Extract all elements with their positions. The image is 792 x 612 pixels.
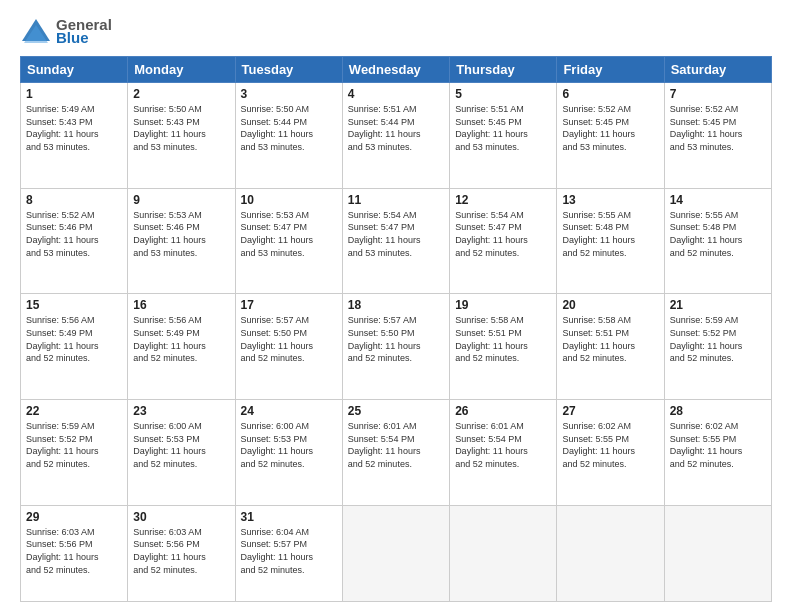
day-cell: 17Sunrise: 5:57 AM Sunset: 5:50 PM Dayli… bbox=[235, 294, 342, 400]
logo-icon bbox=[20, 17, 52, 45]
day-cell: 2Sunrise: 5:50 AM Sunset: 5:43 PM Daylig… bbox=[128, 83, 235, 189]
day-cell: 24Sunrise: 6:00 AM Sunset: 5:53 PM Dayli… bbox=[235, 400, 342, 506]
day-number: 22 bbox=[26, 404, 122, 418]
day-cell: 22Sunrise: 5:59 AM Sunset: 5:52 PM Dayli… bbox=[21, 400, 128, 506]
day-cell: 20Sunrise: 5:58 AM Sunset: 5:51 PM Dayli… bbox=[557, 294, 664, 400]
week-row-2: 8Sunrise: 5:52 AM Sunset: 5:46 PM Daylig… bbox=[21, 188, 772, 294]
day-number: 7 bbox=[670, 87, 766, 101]
day-info: Sunrise: 6:01 AM Sunset: 5:54 PM Dayligh… bbox=[455, 420, 551, 470]
day-number: 3 bbox=[241, 87, 337, 101]
day-number: 10 bbox=[241, 193, 337, 207]
day-cell: 18Sunrise: 5:57 AM Sunset: 5:50 PM Dayli… bbox=[342, 294, 449, 400]
day-number: 12 bbox=[455, 193, 551, 207]
day-number: 20 bbox=[562, 298, 658, 312]
day-number: 30 bbox=[133, 510, 229, 524]
day-info: Sunrise: 5:58 AM Sunset: 5:51 PM Dayligh… bbox=[562, 314, 658, 364]
week-row-5: 29Sunrise: 6:03 AM Sunset: 5:56 PM Dayli… bbox=[21, 505, 772, 601]
day-cell: 13Sunrise: 5:55 AM Sunset: 5:48 PM Dayli… bbox=[557, 188, 664, 294]
day-info: Sunrise: 5:58 AM Sunset: 5:51 PM Dayligh… bbox=[455, 314, 551, 364]
header-row: Sunday Monday Tuesday Wednesday Thursday… bbox=[21, 57, 772, 83]
day-info: Sunrise: 5:49 AM Sunset: 5:43 PM Dayligh… bbox=[26, 103, 122, 153]
page: General Blue Sunday Monday Tuesday Wedne… bbox=[0, 0, 792, 612]
day-cell: 3Sunrise: 5:50 AM Sunset: 5:44 PM Daylig… bbox=[235, 83, 342, 189]
day-number: 13 bbox=[562, 193, 658, 207]
day-info: Sunrise: 5:56 AM Sunset: 5:49 PM Dayligh… bbox=[133, 314, 229, 364]
day-info: Sunrise: 6:01 AM Sunset: 5:54 PM Dayligh… bbox=[348, 420, 444, 470]
day-info: Sunrise: 5:52 AM Sunset: 5:46 PM Dayligh… bbox=[26, 209, 122, 259]
col-monday: Monday bbox=[128, 57, 235, 83]
day-cell: 29Sunrise: 6:03 AM Sunset: 5:56 PM Dayli… bbox=[21, 505, 128, 601]
day-info: Sunrise: 6:03 AM Sunset: 5:56 PM Dayligh… bbox=[133, 526, 229, 576]
day-info: Sunrise: 6:02 AM Sunset: 5:55 PM Dayligh… bbox=[562, 420, 658, 470]
day-cell: 12Sunrise: 5:54 AM Sunset: 5:47 PM Dayli… bbox=[450, 188, 557, 294]
day-info: Sunrise: 5:53 AM Sunset: 5:46 PM Dayligh… bbox=[133, 209, 229, 259]
day-cell: 4Sunrise: 5:51 AM Sunset: 5:44 PM Daylig… bbox=[342, 83, 449, 189]
week-row-4: 22Sunrise: 5:59 AM Sunset: 5:52 PM Dayli… bbox=[21, 400, 772, 506]
day-number: 23 bbox=[133, 404, 229, 418]
day-number: 24 bbox=[241, 404, 337, 418]
day-info: Sunrise: 5:51 AM Sunset: 5:44 PM Dayligh… bbox=[348, 103, 444, 153]
day-cell: 1Sunrise: 5:49 AM Sunset: 5:43 PM Daylig… bbox=[21, 83, 128, 189]
day-number: 31 bbox=[241, 510, 337, 524]
day-info: Sunrise: 5:59 AM Sunset: 5:52 PM Dayligh… bbox=[26, 420, 122, 470]
day-number: 27 bbox=[562, 404, 658, 418]
day-cell: 9Sunrise: 5:53 AM Sunset: 5:46 PM Daylig… bbox=[128, 188, 235, 294]
day-info: Sunrise: 5:50 AM Sunset: 5:43 PM Dayligh… bbox=[133, 103, 229, 153]
day-info: Sunrise: 5:56 AM Sunset: 5:49 PM Dayligh… bbox=[26, 314, 122, 364]
day-info: Sunrise: 6:00 AM Sunset: 5:53 PM Dayligh… bbox=[241, 420, 337, 470]
day-cell: 7Sunrise: 5:52 AM Sunset: 5:45 PM Daylig… bbox=[664, 83, 771, 189]
day-cell: 10Sunrise: 5:53 AM Sunset: 5:47 PM Dayli… bbox=[235, 188, 342, 294]
day-cell: 16Sunrise: 5:56 AM Sunset: 5:49 PM Dayli… bbox=[128, 294, 235, 400]
day-number: 21 bbox=[670, 298, 766, 312]
day-cell: 8Sunrise: 5:52 AM Sunset: 5:46 PM Daylig… bbox=[21, 188, 128, 294]
day-number: 25 bbox=[348, 404, 444, 418]
day-number: 29 bbox=[26, 510, 122, 524]
day-info: Sunrise: 6:02 AM Sunset: 5:55 PM Dayligh… bbox=[670, 420, 766, 470]
day-info: Sunrise: 5:52 AM Sunset: 5:45 PM Dayligh… bbox=[670, 103, 766, 153]
day-info: Sunrise: 5:51 AM Sunset: 5:45 PM Dayligh… bbox=[455, 103, 551, 153]
day-cell: 21Sunrise: 5:59 AM Sunset: 5:52 PM Dayli… bbox=[664, 294, 771, 400]
day-number: 1 bbox=[26, 87, 122, 101]
day-info: Sunrise: 5:52 AM Sunset: 5:45 PM Dayligh… bbox=[562, 103, 658, 153]
col-tuesday: Tuesday bbox=[235, 57, 342, 83]
day-number: 5 bbox=[455, 87, 551, 101]
day-info: Sunrise: 5:59 AM Sunset: 5:52 PM Dayligh… bbox=[670, 314, 766, 364]
day-cell: 11Sunrise: 5:54 AM Sunset: 5:47 PM Dayli… bbox=[342, 188, 449, 294]
day-cell: 31Sunrise: 6:04 AM Sunset: 5:57 PM Dayli… bbox=[235, 505, 342, 601]
day-cell: 6Sunrise: 5:52 AM Sunset: 5:45 PM Daylig… bbox=[557, 83, 664, 189]
day-cell bbox=[342, 505, 449, 601]
logo: General Blue bbox=[20, 16, 112, 46]
day-number: 9 bbox=[133, 193, 229, 207]
col-sunday: Sunday bbox=[21, 57, 128, 83]
day-number: 17 bbox=[241, 298, 337, 312]
week-row-3: 15Sunrise: 5:56 AM Sunset: 5:49 PM Dayli… bbox=[21, 294, 772, 400]
day-info: Sunrise: 5:57 AM Sunset: 5:50 PM Dayligh… bbox=[241, 314, 337, 364]
day-info: Sunrise: 5:54 AM Sunset: 5:47 PM Dayligh… bbox=[455, 209, 551, 259]
day-number: 4 bbox=[348, 87, 444, 101]
day-cell bbox=[450, 505, 557, 601]
day-number: 18 bbox=[348, 298, 444, 312]
col-wednesday: Wednesday bbox=[342, 57, 449, 83]
day-cell: 19Sunrise: 5:58 AM Sunset: 5:51 PM Dayli… bbox=[450, 294, 557, 400]
day-cell: 5Sunrise: 5:51 AM Sunset: 5:45 PM Daylig… bbox=[450, 83, 557, 189]
day-number: 28 bbox=[670, 404, 766, 418]
day-cell bbox=[664, 505, 771, 601]
day-number: 11 bbox=[348, 193, 444, 207]
day-cell: 26Sunrise: 6:01 AM Sunset: 5:54 PM Dayli… bbox=[450, 400, 557, 506]
day-info: Sunrise: 6:03 AM Sunset: 5:56 PM Dayligh… bbox=[26, 526, 122, 576]
col-thursday: Thursday bbox=[450, 57, 557, 83]
day-cell: 28Sunrise: 6:02 AM Sunset: 5:55 PM Dayli… bbox=[664, 400, 771, 506]
day-number: 2 bbox=[133, 87, 229, 101]
col-friday: Friday bbox=[557, 57, 664, 83]
header: General Blue bbox=[20, 16, 772, 46]
col-saturday: Saturday bbox=[664, 57, 771, 83]
day-cell bbox=[557, 505, 664, 601]
day-cell: 23Sunrise: 6:00 AM Sunset: 5:53 PM Dayli… bbox=[128, 400, 235, 506]
week-row-1: 1Sunrise: 5:49 AM Sunset: 5:43 PM Daylig… bbox=[21, 83, 772, 189]
calendar-table: Sunday Monday Tuesday Wednesday Thursday… bbox=[20, 56, 772, 602]
day-info: Sunrise: 5:54 AM Sunset: 5:47 PM Dayligh… bbox=[348, 209, 444, 259]
day-number: 8 bbox=[26, 193, 122, 207]
day-cell: 30Sunrise: 6:03 AM Sunset: 5:56 PM Dayli… bbox=[128, 505, 235, 601]
day-cell: 14Sunrise: 5:55 AM Sunset: 5:48 PM Dayli… bbox=[664, 188, 771, 294]
day-info: Sunrise: 6:04 AM Sunset: 5:57 PM Dayligh… bbox=[241, 526, 337, 576]
